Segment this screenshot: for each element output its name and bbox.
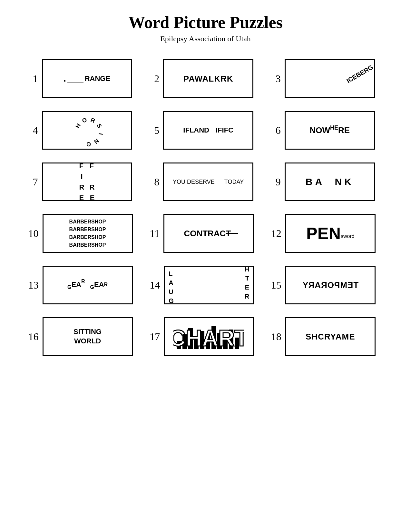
svg-text:G: G	[86, 141, 91, 147]
puzzle-12-pen: PEN	[306, 225, 341, 242]
puzzle-cell-10: 10 BARBERSHOP BARBERSHOP BARBERSHOP BARB…	[28, 214, 140, 253]
puzzle-number-17: 17	[150, 331, 160, 343]
puzzle-1-dot: .	[64, 74, 66, 84]
puzzle-1-text: RANGE	[85, 74, 110, 83]
puzzle-16-content: SITTINGWORLD	[73, 327, 102, 346]
page-title: Word Picture Puzzles	[19, 13, 392, 32]
svg-text:S: S	[95, 123, 103, 129]
puzzle-6-now: NOW	[309, 125, 330, 135]
puzzle-box-3: ICEBERG	[285, 59, 375, 98]
p10-line2: BARBERSHOP	[69, 226, 106, 233]
puzzle-6-content: NOWHERE	[309, 125, 350, 135]
svg-text:R: R	[90, 117, 96, 124]
puzzle-cell-15: 15 TEMPORARY	[271, 266, 383, 304]
puzzle-4-svg: H O R S I N G	[71, 116, 106, 148]
svg-text:O: O	[81, 116, 87, 124]
p10-line1: BARBERSHOP	[69, 218, 106, 226]
puzzle-box-4: H O R S I N G	[42, 111, 132, 150]
puzzle-5-word1: IFLAND	[183, 126, 209, 134]
puzzle-14-content: LAUG HTER	[165, 267, 253, 303]
puzzle-box-10: BARBERSHOP BARBERSHOP BARBERSHOP BARBERS…	[43, 214, 133, 253]
p13-r2: R	[104, 282, 108, 287]
puzzle-number-14: 14	[150, 279, 160, 291]
puzzle-4-content: H O R S I N G	[71, 116, 103, 145]
puzzle-cell-1: 1 . RANGE	[28, 59, 140, 98]
puzzle-box-2: PAWALKRK	[163, 59, 253, 98]
puzzle-14-laug: LAUG	[169, 269, 174, 304]
puzzle-number-1: 1	[28, 73, 38, 85]
p7-e1: E	[79, 192, 84, 201]
puzzle-number-15: 15	[271, 279, 281, 291]
p7-r1: R	[79, 182, 84, 192]
puzzle-8-you-deserve: YOU DESERVE	[173, 179, 215, 185]
puzzle-cell-12: 12 PENsword	[271, 214, 383, 253]
puzzle-17-svg: CHART CHART	[173, 321, 244, 350]
p13-r1: R	[81, 279, 85, 284]
p10-line4: BARBERSHOP	[69, 241, 106, 249]
puzzle-number-7: 7	[28, 176, 38, 188]
puzzle-cell-14: 14 LAUG HTER	[150, 266, 261, 304]
p7-i: I	[79, 171, 84, 182]
p11-crossed-t	[231, 229, 233, 239]
puzzle-number-10: 10	[28, 228, 39, 240]
p13-g2: G	[90, 284, 94, 290]
puzzle-8-today: TODAY	[224, 179, 244, 185]
puzzle-box-14: LAUG HTER	[164, 266, 254, 304]
puzzle-5-word2: IFIFC	[216, 126, 233, 134]
puzzle-cell-16: 16 SITTINGWORLD	[28, 317, 140, 356]
puzzle-6-re: RE	[338, 125, 350, 135]
p10-line3: BARBERSHOP	[69, 233, 106, 241]
puzzle-5-content: IFLAND IFIFC	[183, 126, 233, 134]
puzzle-cell-17: 17 CHART	[150, 317, 261, 356]
puzzle-1-blank	[67, 74, 83, 83]
puzzle-box-9: BA NK	[285, 163, 375, 201]
puzzle-box-1: . RANGE	[42, 59, 132, 98]
puzzle-cell-3: 3 ICEBERG	[271, 59, 383, 98]
puzzle-12-content: PENsword	[306, 225, 355, 242]
puzzle-box-17: CHART CHART	[164, 317, 254, 356]
puzzle-box-7: F F I R R E E	[42, 163, 132, 201]
puzzle-box-12: PENsword	[285, 214, 376, 253]
puzzle-14-hter: HTER	[245, 266, 249, 301]
puzzle-number-18: 18	[271, 331, 281, 343]
puzzle-cell-11: 11 CONTRACT	[150, 214, 261, 253]
svg-text:H: H	[74, 122, 82, 129]
puzzle-cell-5: 5 IFLAND IFIFC	[150, 111, 261, 150]
puzzle-number-6: 6	[271, 124, 281, 136]
puzzle-box-16: SITTINGWORLD	[43, 317, 133, 356]
puzzle-6-he: HE	[330, 124, 338, 131]
svg-text:N: N	[93, 137, 100, 145]
puzzle-2-content: PAWALKRK	[183, 74, 233, 84]
p11-text: CONTRACT	[184, 229, 233, 239]
puzzle-number-4: 4	[28, 124, 38, 136]
puzzle-number-5: 5	[150, 124, 159, 136]
puzzle-cell-6: 6 NOWHERE	[271, 111, 383, 150]
svg-text:CHART: CHART	[173, 326, 244, 350]
puzzle-17-content: CHART CHART	[173, 321, 244, 352]
puzzle-1-content: . RANGE	[64, 74, 110, 84]
puzzle-13-content: GEAR GEAR	[67, 280, 108, 290]
puzzle-box-18: SHCRYAME	[285, 317, 376, 356]
puzzle-15-content: TEMPORARY	[302, 280, 358, 290]
puzzle-grid: 1 . RANGE 2 PAWALKRK 3 ICEBERG 4 H	[28, 59, 383, 356]
puzzle-number-9: 9	[271, 176, 281, 188]
puzzle-7-content: F F I R R E E	[79, 163, 95, 201]
puzzle-box-15: TEMPORARY	[285, 266, 376, 304]
p7-f1: F	[79, 163, 84, 171]
puzzle-number-11: 11	[150, 228, 160, 240]
puzzle-12-sword: sword	[341, 233, 355, 239]
puzzle-cell-2: 2 PAWALKRK	[150, 59, 261, 98]
puzzle-number-16: 16	[28, 331, 39, 343]
puzzle-number-2: 2	[150, 73, 159, 85]
puzzle-cell-8: 8 YOU DESERVE TODAY	[150, 163, 261, 201]
p13-w2: GEAR	[90, 280, 108, 290]
p7-e2: E	[90, 192, 95, 201]
p13-g1: G	[67, 284, 71, 290]
puzzle-cell-7: 7 F F I R R E E	[28, 163, 140, 201]
puzzle-box-13: GEAR GEAR	[43, 266, 133, 304]
puzzle-3-content: ICEBERG	[345, 64, 374, 84]
p7-r2: R	[90, 182, 95, 192]
puzzle-8-content: YOU DESERVE TODAY	[173, 179, 244, 185]
p13-w1: GEAR	[67, 280, 85, 290]
puzzle-cell-4: 4 H O R S I N G	[28, 111, 140, 150]
